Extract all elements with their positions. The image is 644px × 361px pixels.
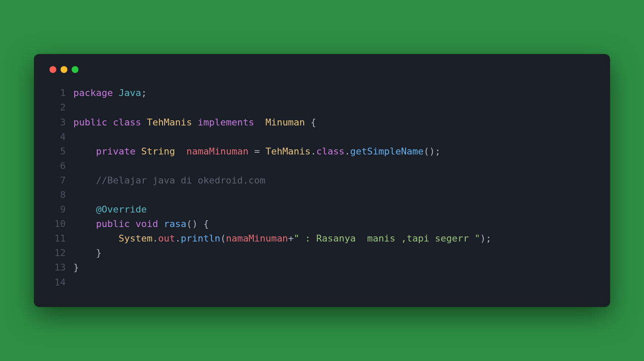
token-kw: class: [316, 146, 345, 157]
line-number: 9: [47, 202, 66, 217]
code-line: 5 private String namaMinuman = TehManis.…: [47, 144, 597, 159]
token-anno: @Override: [96, 204, 147, 215]
token-type: TehManis: [265, 146, 310, 157]
line-content: }: [73, 246, 102, 260]
token-plain: [107, 117, 113, 128]
token-kw: implements: [197, 117, 254, 128]
token-punct: ;: [141, 87, 147, 98]
token-str: " : Rasanya manis ,tapi segerr ": [294, 233, 480, 244]
line-number: 11: [47, 231, 66, 246]
token-plain: [73, 146, 96, 157]
token-punct: =: [254, 146, 260, 157]
line-number: 14: [47, 275, 66, 290]
token-dot-p: .: [345, 146, 350, 157]
token-plain: [113, 87, 119, 98]
token-plain: [192, 117, 197, 128]
token-kw: private: [96, 146, 136, 157]
line-number: 7: [47, 173, 66, 188]
token-punct: );: [480, 233, 492, 244]
code-window: 1package Java;23public class TehManis im…: [34, 54, 610, 306]
token-ident: Java: [119, 87, 141, 98]
token-kw: class: [113, 117, 141, 128]
line-content: //Belajar java di okedroid.com: [73, 173, 265, 188]
token-punct: () {: [186, 218, 209, 229]
token-type: TehManis: [147, 117, 192, 128]
line-number: 10: [47, 217, 66, 231]
token-type: Minuman: [265, 117, 305, 128]
token-dot-p: .: [310, 146, 316, 157]
line-number: 13: [47, 260, 66, 275]
token-kw: public: [73, 117, 107, 128]
line-number: 8: [47, 188, 66, 202]
token-dot-p: .: [152, 233, 158, 244]
token-var: out: [158, 233, 175, 244]
token-dot-p: .: [175, 233, 180, 244]
token-plain: [136, 146, 141, 157]
line-number: 6: [47, 159, 66, 173]
line-number: 5: [47, 144, 66, 159]
line-number: 1: [47, 86, 66, 100]
token-punct: (: [220, 233, 226, 244]
code-line: 4: [47, 130, 597, 144]
token-type: String: [141, 146, 175, 157]
token-type: System: [119, 233, 152, 244]
token-kw: package: [73, 87, 113, 98]
line-number: 3: [47, 115, 66, 130]
token-plain: [305, 117, 310, 128]
token-plain: [73, 247, 96, 258]
code-line: 3public class TehManis implements Minuma…: [47, 115, 597, 130]
code-line: 10 public void rasa() {: [47, 217, 597, 231]
line-content: System.out.println(namaMinuman+" : Rasan…: [73, 231, 491, 246]
token-plain: [175, 146, 186, 157]
token-kw: void: [136, 218, 158, 229]
token-method: println: [181, 233, 220, 244]
line-content: package Java;: [73, 86, 147, 100]
code-editor[interactable]: 1package Java;23public class TehManis im…: [47, 86, 597, 289]
token-plain: [73, 175, 96, 186]
window-titlebar: [47, 66, 597, 73]
token-method: rasa: [164, 218, 186, 229]
code-line: 9 @Override: [47, 202, 597, 217]
line-content: @Override: [73, 202, 147, 217]
token-plain: [130, 218, 135, 229]
code-line: 12 }: [47, 246, 597, 260]
code-line: 11 System.out.println(namaMinuman+" : Ra…: [47, 231, 597, 246]
line-content: public class TehManis implements Minuman…: [73, 115, 316, 130]
token-punct: {: [310, 117, 316, 128]
token-punct: ();: [424, 146, 441, 157]
line-number: 4: [47, 130, 66, 144]
token-plain: [158, 218, 164, 229]
code-line: 8: [47, 188, 597, 202]
zoom-icon[interactable]: [72, 66, 78, 73]
token-punct: }: [96, 247, 102, 258]
token-punct: }: [73, 262, 79, 273]
token-plain: [73, 204, 96, 215]
code-line: 2: [47, 100, 597, 115]
token-method: getSimpleName: [350, 146, 424, 157]
minimize-icon[interactable]: [61, 66, 67, 73]
token-var: namaMinuman: [186, 146, 249, 157]
token-plain: [141, 117, 147, 128]
token-comment: //Belajar java di okedroid.com: [96, 175, 265, 186]
code-line: 14: [47, 275, 597, 290]
token-plain: [260, 146, 265, 157]
token-plain: [73, 218, 96, 229]
code-line: 7 //Belajar java di okedroid.com: [47, 173, 597, 188]
line-number: 2: [47, 100, 66, 115]
line-content: public void rasa() {: [73, 217, 209, 231]
token-plain: [254, 117, 266, 128]
line-number: 12: [47, 246, 66, 260]
close-icon[interactable]: [49, 66, 56, 73]
token-kw: public: [96, 218, 130, 229]
line-content: }: [73, 260, 79, 275]
code-line: 13}: [47, 260, 597, 275]
token-punct: +: [288, 233, 293, 244]
token-var: namaMinuman: [226, 233, 288, 244]
token-plain: [249, 146, 254, 157]
token-plain: [73, 233, 119, 244]
line-content: private String namaMinuman = TehManis.cl…: [73, 144, 441, 159]
code-line: 1package Java;: [47, 86, 597, 100]
code-line: 6: [47, 159, 597, 173]
